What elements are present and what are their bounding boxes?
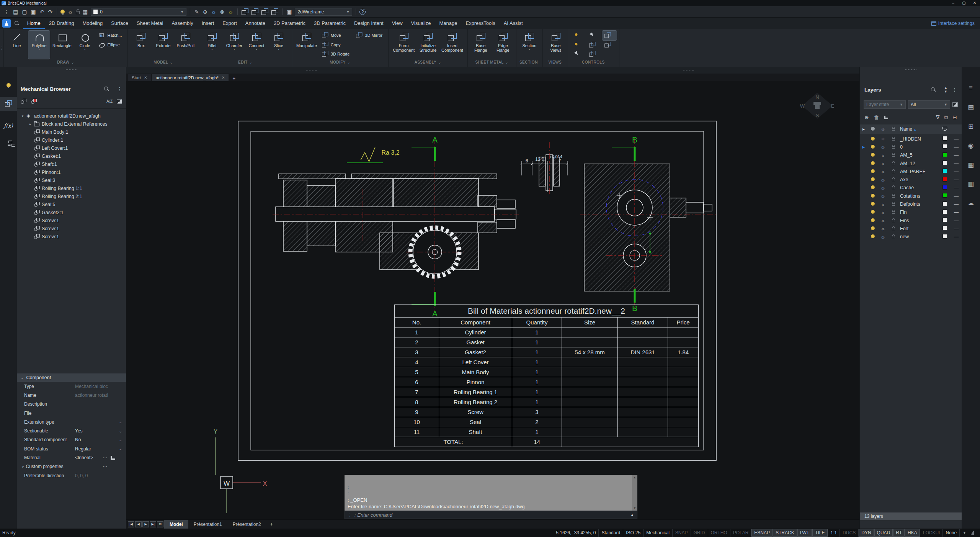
ribbon-tab[interactable]: Home bbox=[23, 18, 45, 29]
property-value[interactable]: <Inherit> bbox=[75, 455, 103, 460]
layer-row[interactable]: ▶ Axe — bbox=[860, 175, 962, 183]
property-row[interactable]: Material <Inherit> ⋯ bbox=[17, 453, 126, 462]
layer-color-swatch[interactable] bbox=[939, 160, 951, 166]
ribbon-tab[interactable]: Surface bbox=[107, 18, 132, 29]
layer-lock-icon[interactable] bbox=[888, 136, 898, 142]
tree-item[interactable]: Seal:3 bbox=[17, 176, 126, 184]
kebab-menu-icon[interactable]: ⋮ bbox=[952, 87, 957, 93]
layer-linetype[interactable]: — bbox=[951, 136, 962, 142]
layout-tab[interactable]: Présentation1 bbox=[188, 520, 227, 529]
layer-on-icon[interactable] bbox=[867, 177, 878, 182]
layer-on-icon[interactable] bbox=[867, 234, 878, 239]
layer-linetype[interactable]: — bbox=[951, 185, 962, 190]
layer-combo[interactable]: 0 ▼ bbox=[91, 8, 186, 16]
lamp-icon[interactable] bbox=[60, 10, 65, 14]
current-layer-icon[interactable]: ▶ bbox=[860, 145, 867, 149]
prev-layout-icon[interactable]: ◀ bbox=[135, 521, 142, 527]
layer-name[interactable]: Caché bbox=[898, 185, 939, 190]
status-toggle[interactable]: DYN bbox=[859, 529, 874, 537]
next-layout-icon[interactable]: ▶ bbox=[142, 521, 149, 527]
status-toggle[interactable]: LWT bbox=[797, 529, 812, 537]
layer-on-icon[interactable] bbox=[867, 136, 878, 142]
ribbon-tab[interactable]: Insert bbox=[198, 18, 219, 29]
ribbon-button[interactable]: Connect ▪ bbox=[246, 31, 267, 59]
layer-row[interactable]: ▶ Cotations — bbox=[860, 192, 962, 200]
layer-color-swatch[interactable] bbox=[939, 185, 951, 191]
current-layer-icon[interactable]: ▶ bbox=[860, 186, 867, 190]
layer-state-combo[interactable]: Layer state ▼ bbox=[864, 100, 906, 109]
ribbon-group-footer[interactable]: ASSEMBLY ⌄ bbox=[391, 59, 465, 65]
layout-list-icon[interactable]: ⊞ bbox=[157, 521, 163, 527]
status-toggle[interactable]: RT bbox=[893, 529, 905, 537]
component-properties-header[interactable]: ⌄ Component bbox=[17, 373, 126, 382]
contrast-icon[interactable] bbox=[117, 99, 122, 104]
layer-row[interactable]: ▶ 0 — bbox=[860, 143, 962, 151]
property-value[interactable]: Yes bbox=[75, 428, 108, 434]
layer-name[interactable]: 0 bbox=[898, 144, 939, 150]
ribbon-tab[interactable]: 2D Parametric bbox=[270, 18, 310, 29]
ribbon-button[interactable] bbox=[572, 31, 586, 40]
ribbon-button[interactable]: Insert Component bbox=[439, 31, 465, 59]
layer-color-swatch[interactable] bbox=[939, 169, 951, 174]
status-toggle[interactable]: LOCKUI bbox=[920, 529, 943, 537]
delete-layer-icon[interactable]: 🗑 bbox=[874, 114, 879, 120]
bom-manager-panel-icon[interactable]: ▦ bbox=[962, 161, 980, 169]
layer-linetype[interactable]: — bbox=[951, 169, 962, 174]
layer-row[interactable]: ▶ Fin — bbox=[860, 208, 962, 216]
ribbon-button[interactable]: Initialize Structure bbox=[417, 31, 439, 59]
ribbon-tab[interactable]: ExpressTools bbox=[461, 18, 499, 29]
tree-item[interactable]: Gasket:1 bbox=[17, 152, 126, 160]
layer-name[interactable]: Axe bbox=[898, 177, 939, 182]
layer-lock-icon[interactable] bbox=[888, 152, 898, 158]
current-layer-icon[interactable]: ▶ bbox=[860, 202, 867, 206]
layout-tab[interactable]: Model bbox=[164, 520, 188, 529]
tree-item[interactable]: ▸ Block and External References bbox=[17, 120, 126, 128]
layer-name[interactable]: Fort bbox=[898, 226, 939, 231]
layer-name[interactable]: Fin bbox=[898, 210, 939, 215]
layer-color-swatch[interactable] bbox=[939, 218, 951, 223]
ribbon-button[interactable]: Extrude bbox=[152, 31, 174, 59]
last-layout-icon[interactable]: ▶| bbox=[150, 521, 156, 527]
ribbon-group-footer[interactable]: MODEL ⌄ bbox=[130, 59, 196, 65]
ribbon-button[interactable]: 3D Rotate bbox=[320, 49, 353, 59]
lock-column-icon[interactable] bbox=[888, 126, 898, 132]
scroll-down-icon[interactable]: ▼ bbox=[633, 506, 636, 510]
layer-name[interactable]: _HIDDEN bbox=[898, 136, 939, 142]
layer-freeze-icon[interactable] bbox=[878, 136, 888, 142]
attachments-panel-icon[interactable]: ◉ bbox=[962, 142, 980, 150]
help-icon[interactable]: ? bbox=[359, 9, 366, 15]
layer-row[interactable]: ▶ AM_12 — bbox=[860, 159, 962, 167]
layout-tab[interactable]: Présentation2 bbox=[227, 520, 266, 529]
ribbon-tab[interactable]: View bbox=[388, 18, 407, 29]
status-toggle[interactable]: 5.1626, -33.4255, 0 bbox=[553, 529, 599, 537]
ribbon-group-footer[interactable]: SECTION bbox=[519, 59, 540, 65]
status-toggle[interactable]: GRID bbox=[691, 529, 708, 537]
mechanical-browser-panel-icon[interactable] bbox=[0, 97, 17, 111]
search-icon[interactable] bbox=[15, 21, 19, 26]
ribbon-button[interactable]: Push/Pull bbox=[175, 31, 196, 59]
ribbon-button[interactable]: Manipulate bbox=[294, 31, 319, 59]
minimize-button[interactable]: – bbox=[948, 0, 959, 6]
ribbon-group-footer[interactable]: MODIFY ⌄ bbox=[294, 59, 386, 65]
property-row[interactable]: ▸ Custom properties ⋯ bbox=[17, 462, 126, 471]
layer-on-icon[interactable] bbox=[867, 210, 878, 215]
highlight-icon[interactable]: ☼ bbox=[227, 8, 234, 15]
tree-item[interactable]: Gasket2:1 bbox=[17, 208, 126, 216]
ribbon-group-footer[interactable]: SHEET METAL ⌄ bbox=[470, 59, 514, 65]
ribbon-button[interactable] bbox=[587, 40, 601, 50]
name-column-header[interactable]: Name▲ bbox=[898, 126, 939, 132]
layer-color-swatch[interactable] bbox=[939, 136, 951, 142]
property-row[interactable]: Sectionable Yes ⌄ bbox=[17, 426, 126, 435]
layer-name[interactable]: AM_PAREF bbox=[898, 169, 939, 174]
layer-row[interactable]: ▶ _HIDDEN — bbox=[860, 135, 962, 143]
ribbon-group-footer[interactable]: VIEWS bbox=[545, 59, 567, 65]
layer-freeze-icon[interactable] bbox=[878, 152, 888, 158]
close-icon[interactable]: ✕ bbox=[144, 75, 147, 80]
color-column-icon[interactable] bbox=[939, 126, 951, 132]
layer-color-swatch[interactable] bbox=[939, 201, 951, 207]
first-layout-icon[interactable]: |◀ bbox=[128, 521, 134, 527]
layer-row[interactable]: ▶ AM_PAREF — bbox=[860, 167, 962, 175]
layer-row[interactable]: ▶ Fins — bbox=[860, 216, 962, 224]
layer-name[interactable]: AM_12 bbox=[898, 161, 939, 166]
sheets-panel-icon[interactable]: ▥ bbox=[962, 180, 980, 188]
